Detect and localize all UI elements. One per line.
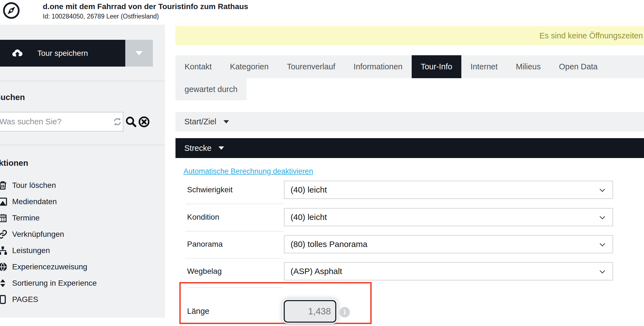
info-icon[interactable]: i	[339, 307, 350, 317]
select-value: (80) tolles Panorama	[291, 240, 367, 249]
select-value: (ASP) Asphalt	[291, 267, 342, 276]
save-row: Tour speichern	[0, 40, 153, 67]
schwierigkeit-select[interactable]: (40) leicht	[284, 181, 613, 199]
divider	[185, 204, 284, 204]
chevron-down-icon	[599, 270, 605, 274]
action-leistungen[interactable]: Leistungen	[0, 242, 165, 259]
field-label: Panorama	[187, 235, 223, 253]
save-tour-button[interactable]: Tour speichern	[0, 40, 125, 67]
action-label: Tour löschen	[12, 181, 56, 190]
chevron-down-icon	[599, 243, 605, 247]
field-label: Kondition	[187, 208, 219, 226]
divider	[0, 145, 165, 145]
compass-logo-icon	[2, 1, 20, 20]
calendar-icon	[0, 213, 8, 223]
caret-down-icon	[223, 120, 229, 123]
chevron-down-icon	[599, 188, 605, 192]
search-clear-button[interactable]	[138, 116, 150, 128]
main-content: Es sind keine Öffnungszeiten Kontakt Kat…	[175, 0, 644, 326]
pages-icon	[0, 295, 8, 304]
tab-kontakt[interactable]: Kontakt	[175, 55, 221, 78]
tab-milieus[interactable]: Milieus	[507, 55, 550, 78]
sidebar: Tour speichern Suchen	[0, 25, 165, 318]
cloud-upload-icon	[12, 48, 23, 59]
action-label: Mediendaten	[12, 197, 57, 206]
x-circle-icon	[138, 116, 150, 128]
field-row-panorama: Panorama (80) tolles Panorama	[175, 235, 644, 253]
sync-icon	[112, 117, 123, 127]
warning-banner: Es sind keine Öffnungszeiten	[175, 26, 644, 45]
action-label: PAGES	[12, 295, 38, 304]
divider	[185, 231, 284, 232]
tab-internet[interactable]: Internet	[461, 55, 507, 78]
field-row-kondition: Kondition (40) leicht	[175, 208, 644, 226]
select-value: (40) leicht	[291, 185, 327, 194]
action-pages[interactable]: PAGES	[0, 291, 165, 307]
tab-open-data[interactable]: Open Data	[550, 55, 607, 78]
app-window: d.one mit dem Fahrrad von der Touristinf…	[0, 0, 644, 326]
trash-icon	[0, 180, 8, 190]
section-start-ziel[interactable]: Start/Ziel	[175, 112, 644, 132]
action-sortierung-in-experience[interactable]: Sortierung in Experience	[0, 275, 165, 291]
chevron-down-icon	[599, 216, 605, 220]
divider	[188, 287, 283, 288]
link-icon	[0, 229, 8, 239]
media-image-icon	[0, 197, 8, 207]
field-row-schwierigkeit: Schwierigkeit (40) leicht	[175, 181, 644, 199]
caret-down-icon	[135, 51, 143, 55]
search-submit-button[interactable]	[125, 115, 137, 128]
globe-icon	[0, 262, 8, 272]
tab-informationen[interactable]: Informationen	[344, 55, 411, 78]
action-label: Leistungen	[12, 246, 50, 255]
laenge-label: Länge	[187, 307, 209, 316]
page-subtitle: Id: 100284050, 26789 Leer (Ostfriesland)	[43, 13, 159, 20]
section-label: Strecke	[184, 144, 211, 153]
search-icon	[125, 115, 137, 128]
action-tour-loeschen[interactable]: Tour löschen	[0, 177, 165, 193]
save-options-caret-button[interactable]	[125, 40, 153, 67]
action-label: Experiencezuweisung	[12, 262, 87, 271]
field-label: Schwierigkeit	[187, 181, 233, 199]
sitemap-icon	[0, 246, 8, 256]
select-value: (40) leicht	[291, 212, 327, 222]
section-label: Start/Ziel	[184, 117, 216, 126]
action-label: Termine	[12, 214, 40, 222]
section-strecke[interactable]: Strecke	[175, 138, 644, 158]
highlight-red-box	[179, 282, 372, 324]
actions-list: Tour löschen Mediendaten Termine	[0, 177, 165, 307]
divider	[0, 81, 165, 81]
kondition-select[interactable]: (40) leicht	[284, 208, 613, 226]
action-mediendaten[interactable]: Mediendaten	[0, 193, 165, 210]
search-heading: Suchen	[0, 93, 25, 102]
field-row-wegbelag: Wegbelag (ASP) Asphalt	[175, 262, 644, 280]
actions-heading: Aktionen	[0, 158, 28, 168]
sort-icon	[0, 278, 8, 288]
caret-down-icon	[219, 146, 224, 150]
tab-tour-info[interactable]: Tour-Info	[412, 55, 461, 78]
tab-kategorien[interactable]: Kategorien	[221, 55, 278, 78]
action-experiencezuweisung[interactable]: Experiencezuweisung	[0, 259, 165, 275]
action-label: Verknüpfungen	[12, 230, 64, 239]
laenge-input[interactable]	[284, 300, 336, 323]
tab-bar: Kontakt Kategorien Tourenverlauf Informa…	[175, 55, 644, 78]
tab-gewartet-durch[interactable]: gewartet durch	[175, 78, 247, 100]
tab-bar-row2: gewartet durch	[175, 78, 247, 100]
divider	[185, 258, 284, 259]
panorama-select[interactable]: (80) tolles Panorama	[284, 235, 613, 253]
action-label: Sortierung in Experience	[12, 279, 97, 288]
save-tour-label: Tour speichern	[37, 49, 88, 58]
wegbelag-select[interactable]: (ASP) Asphalt	[284, 262, 613, 280]
action-termine[interactable]: Termine	[0, 210, 165, 226]
auto-berechnung-link[interactable]: Automatische Berechnung deaktivieren	[183, 167, 313, 176]
tab-tourenverlauf[interactable]: Tourenverlauf	[278, 55, 345, 78]
search-input[interactable]	[0, 112, 123, 132]
action-verknuepfungen[interactable]: Verknüpfungen	[0, 226, 165, 242]
field-label: Wegbelag	[187, 262, 222, 280]
